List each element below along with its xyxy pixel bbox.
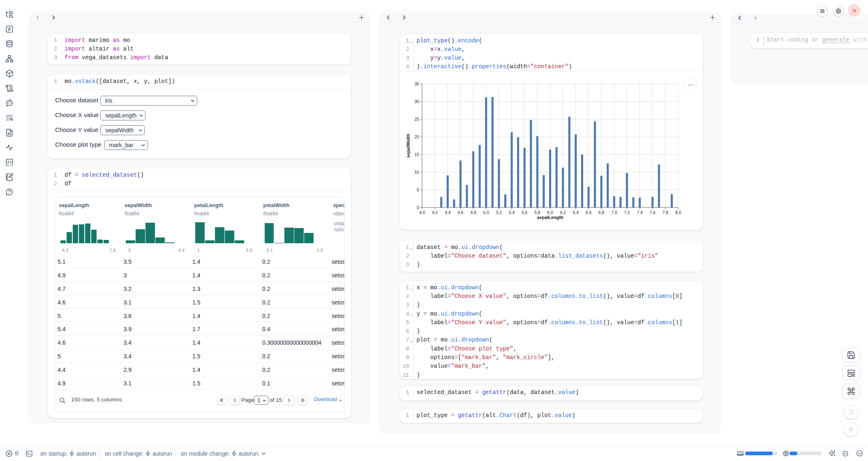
svg-text:10: 10	[414, 170, 419, 174]
svg-text:5.8: 5.8	[534, 210, 540, 214]
svg-text:7.8: 7.8	[662, 210, 668, 214]
svg-text:8.0: 8.0	[675, 210, 681, 214]
svg-text:4.2: 4.2	[432, 210, 438, 214]
svg-text:5.2: 5.2	[496, 210, 501, 214]
svg-text:35: 35	[414, 81, 419, 86]
svg-text:6.6: 6.6	[586, 210, 591, 214]
svg-text:5.4: 5.4	[509, 210, 515, 214]
svg-text:4.0: 4.0	[419, 210, 425, 214]
svg-text:6.4: 6.4	[573, 210, 578, 214]
svg-text:20: 20	[414, 134, 419, 139]
svg-text:sepalWidth: sepalWidth	[406, 134, 411, 158]
svg-text:6.2: 6.2	[560, 210, 566, 214]
svg-text:7.0: 7.0	[611, 210, 617, 214]
svg-text:30: 30	[414, 99, 419, 104]
svg-text:4.8: 4.8	[470, 210, 476, 214]
svg-text:sepalLength: sepalLength	[537, 214, 563, 219]
svg-text:6.8: 6.8	[598, 210, 604, 214]
svg-text:7.2: 7.2	[624, 210, 630, 214]
svg-text:6.0: 6.0	[547, 210, 553, 214]
svg-text:7.4: 7.4	[637, 210, 642, 214]
svg-text:0: 0	[416, 205, 419, 210]
svg-text:7.6: 7.6	[649, 210, 655, 214]
svg-text:4.4: 4.4	[445, 210, 450, 214]
svg-text:5.0: 5.0	[483, 210, 489, 214]
svg-text:4.6: 4.6	[457, 210, 463, 214]
svg-text:25: 25	[414, 117, 419, 121]
svg-text:5.6: 5.6	[522, 210, 527, 214]
svg-text:5: 5	[416, 187, 419, 192]
svg-text:15: 15	[414, 152, 419, 157]
